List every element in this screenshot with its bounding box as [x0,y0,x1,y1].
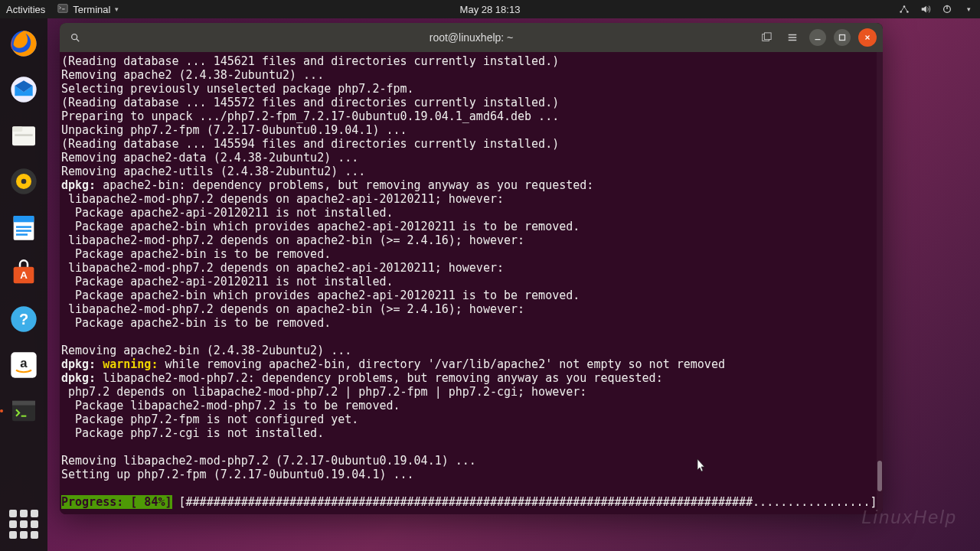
terminal-window: root@linuxhelp: ~ (Reading database ... … [60,23,883,514]
scrollbar[interactable] [877,52,883,514]
clock[interactable]: May 28 18:13 [460,4,521,15]
svg-line-29 [77,39,80,42]
svg-text:a: a [20,356,28,370]
new-tab-button[interactable] [757,28,776,47]
gnome-top-bar: Activities Terminal ▾ May 28 18:13 ▾ [0,0,980,18]
dock-amazon[interactable]: a [6,347,41,383]
dock-terminal[interactable] [6,393,41,429]
dock-help[interactable]: ? [6,302,41,337]
search-button[interactable] [66,28,84,47]
dock: A ? a [0,18,47,551]
dock-libreoffice-writer[interactable] [6,210,41,245]
show-applications[interactable] [6,507,41,542]
svg-rect-36 [840,35,845,41]
menu-button[interactable] [783,28,802,47]
svg-point-28 [72,34,77,40]
minimize-button[interactable] [809,29,826,46]
svg-rect-26 [12,401,35,406]
dock-files[interactable] [6,118,41,153]
svg-rect-31 [764,33,771,40]
activities-button[interactable]: Activities [6,4,45,15]
volume-icon[interactable] [920,4,931,15]
svg-rect-0 [58,4,67,12]
titlebar: root@linuxhelp: ~ [60,23,883,52]
svg-rect-9 [12,126,22,132]
svg-rect-16 [16,226,31,228]
chevron-down-icon: ▾ [115,5,119,13]
dock-firefox[interactable] [6,26,41,61]
terminal-icon [57,3,68,16]
chevron-down-icon[interactable]: ▾ [963,4,974,15]
close-button[interactable] [858,28,877,47]
app-menu-label: Terminal [73,4,110,15]
scrollbar-thumb[interactable] [877,461,882,491]
svg-rect-17 [16,230,31,232]
app-menu[interactable]: Terminal ▾ [57,3,119,16]
dock-thunderbird[interactable] [6,72,41,107]
power-icon[interactable] [942,4,952,15]
svg-rect-10 [15,134,32,136]
window-title: root@linuxhelp: ~ [430,31,514,44]
maximize-button[interactable] [834,29,851,46]
svg-text:?: ? [19,311,28,328]
dock-rhythmbox[interactable] [6,164,41,199]
watermark: LinuxHelp [861,507,957,528]
network-icon[interactable] [899,4,910,15]
svg-text:A: A [20,269,28,281]
dock-software[interactable]: A [6,256,41,291]
svg-rect-15 [14,216,34,222]
terminal-output[interactable]: (Reading database ... 145621 files and d… [60,52,883,514]
svg-rect-18 [16,233,28,236]
svg-point-13 [21,179,27,184]
